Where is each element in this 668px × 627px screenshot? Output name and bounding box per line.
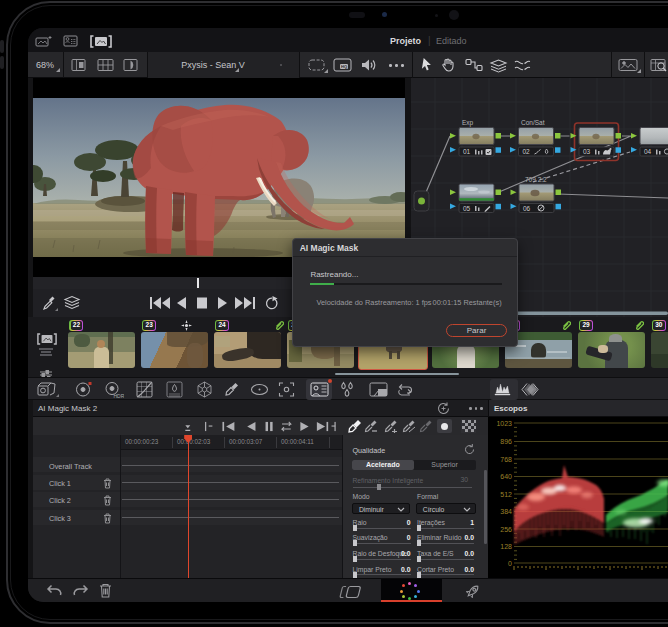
svg-text:04: 04 [644, 148, 652, 155]
svg-text:1023: 1023 [496, 420, 512, 427]
svg-text:Con/Sat: Con/Sat [521, 119, 545, 126]
svg-text:HDR: HDR [114, 393, 125, 399]
svg-text:256: 256 [500, 526, 512, 533]
svg-text:512: 512 [500, 491, 512, 498]
svg-text:01: 01 [463, 148, 471, 155]
svg-text:06: 06 [523, 205, 531, 212]
svg-text:896: 896 [500, 438, 512, 445]
svg-text:HQ: HQ [341, 64, 347, 69]
svg-text:02: 02 [523, 148, 531, 155]
svg-text:03: 03 [583, 148, 591, 155]
svg-text:128: 128 [500, 543, 512, 550]
svg-text:709 2.2: 709 2.2 [525, 176, 547, 183]
svg-text:384: 384 [500, 508, 512, 515]
svg-text:0: 0 [508, 560, 512, 567]
svg-text:640: 640 [500, 473, 512, 480]
svg-text:05: 05 [463, 205, 471, 212]
svg-text:Exp: Exp [462, 119, 474, 127]
svg-text:768: 768 [500, 456, 512, 463]
